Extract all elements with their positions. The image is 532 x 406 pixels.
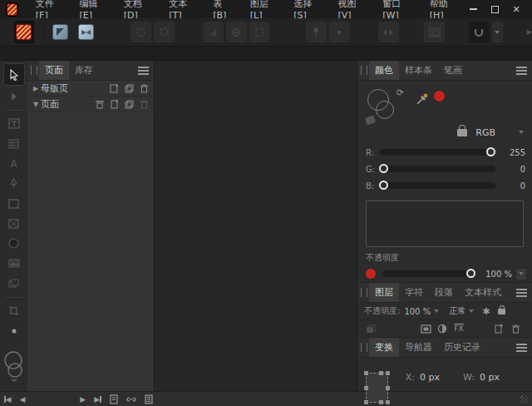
color-mode-select[interactable]: RGB <box>475 127 495 138</box>
resize-grip[interactable] <box>520 395 529 404</box>
slider-knob[interactable] <box>379 164 388 173</box>
menu-select[interactable]: 选择[S] <box>284 0 328 18</box>
tab-color[interactable]: 颜色 <box>369 61 399 80</box>
panel-grip[interactable] <box>31 66 37 75</box>
slider-knob[interactable] <box>466 269 475 278</box>
ellipse-tool[interactable] <box>3 234 25 253</box>
panel-grip[interactable] <box>361 66 367 75</box>
green-slider[interactable] <box>379 166 495 172</box>
w-value[interactable]: 0 px <box>480 372 500 383</box>
delete-page-icon[interactable] <box>138 98 150 110</box>
apply-master-icon[interactable] <box>93 98 106 110</box>
preflight-button[interactable] <box>203 22 224 42</box>
pages-row[interactable]: ▼ 页面 <box>27 97 154 112</box>
gear-icon[interactable]: ✱ <box>482 306 490 317</box>
tab-layers[interactable]: 图层 <box>369 283 399 302</box>
blend-mode-select[interactable]: 正常 <box>449 305 466 317</box>
spread-view-icon[interactable] <box>140 394 157 404</box>
tab-stroke[interactable]: 笔画 <box>438 61 468 80</box>
tab-swatches[interactable]: 样本条 <box>399 61 438 80</box>
no-color-swatch[interactable] <box>365 115 376 125</box>
insert-pushpin-button[interactable] <box>306 22 327 42</box>
asset-tool[interactable] <box>3 274 25 293</box>
frame-text-tool[interactable] <box>3 114 25 133</box>
node-tool[interactable] <box>3 87 25 106</box>
rotate-left-button[interactable] <box>131 22 151 42</box>
marquee-button[interactable] <box>249 22 270 42</box>
menu-file[interactable]: 文件[F] <box>27 0 71 18</box>
crop-tool[interactable] <box>3 301 25 320</box>
duplicate-page-icon[interactable] <box>123 98 135 110</box>
chevron-down-icon[interactable] <box>519 131 524 134</box>
expand-chevron-icon[interactable]: ▼ <box>31 101 41 108</box>
auto-correct-button[interactable] <box>226 22 247 42</box>
close-button[interactable]: ✕ <box>509 2 524 16</box>
designer-persona-button[interactable] <box>50 21 71 43</box>
eyedropper-icon[interactable] <box>416 92 429 109</box>
master-pages-row[interactable]: ▶ 母版页 <box>27 81 154 97</box>
collapse-chevron-icon[interactable]: ▶ <box>31 85 41 92</box>
anchor-point-selector[interactable] <box>366 373 388 403</box>
add-master-page-icon[interactable] <box>108 82 121 94</box>
slider-knob[interactable] <box>486 147 495 156</box>
mask-layer-icon[interactable] <box>419 323 432 334</box>
fill-stroke-selector[interactable] <box>3 349 25 383</box>
rotate-right-button[interactable] <box>154 22 175 42</box>
picture-frame-tool[interactable] <box>3 214 25 233</box>
menu-window[interactable]: 窗口[W] <box>373 0 420 18</box>
previous-page-button[interactable]: ◀ <box>15 395 29 404</box>
menu-help[interactable]: 帮助[H] <box>421 0 466 18</box>
tab-text-styles[interactable]: 文本样式 <box>459 283 507 302</box>
opacity-dropdown[interactable] <box>515 268 527 280</box>
red-value[interactable]: 255 <box>502 148 525 157</box>
rectangle-tool[interactable] <box>3 194 25 213</box>
panel-menu-icon[interactable] <box>138 65 149 77</box>
tab-character[interactable]: 字符 <box>399 283 429 302</box>
tab-pages[interactable]: 页面 <box>39 61 69 80</box>
document-canvas[interactable] <box>155 61 357 391</box>
add-page-icon[interactable] <box>108 98 121 110</box>
tab-navigator[interactable]: 导航器 <box>399 338 438 357</box>
red-slider[interactable] <box>379 149 495 156</box>
layer-opacity-value[interactable]: 100 % <box>404 307 431 316</box>
menu-layer[interactable]: 图层[L] <box>241 0 285 18</box>
tab-stock[interactable]: 库存 <box>69 61 99 80</box>
menu-view[interactable]: 视图[V] <box>329 0 374 18</box>
link-view-icon[interactable] <box>122 396 140 403</box>
panel-menu-icon[interactable] <box>516 65 527 77</box>
panel-grip[interactable] <box>361 343 367 352</box>
tab-history[interactable]: 历史记录 <box>438 338 486 357</box>
tab-transform[interactable]: 变换 <box>369 338 399 357</box>
first-page-button[interactable]: ◀ <box>0 395 15 404</box>
blue-value[interactable]: 0 <box>502 181 525 191</box>
chevron-down-icon[interactable] <box>469 309 474 313</box>
blue-slider[interactable] <box>379 182 495 189</box>
current-color-dot[interactable] <box>366 269 376 279</box>
text-wrap-button[interactable] <box>424 22 445 42</box>
stroke-circle[interactable] <box>376 101 394 119</box>
delete-layer-icon[interactable] <box>509 323 522 334</box>
artistic-text-tool[interactable]: A <box>3 154 25 173</box>
lock-layer-icon[interactable] <box>498 309 505 314</box>
x-field[interactable]: X: 0 px <box>398 372 458 383</box>
w-field[interactable]: W: 0 px <box>458 372 518 383</box>
tab-paragraph[interactable]: 段落 <box>429 283 459 302</box>
photo-persona-button[interactable] <box>76 21 96 43</box>
flip-pages-button[interactable] <box>378 22 399 42</box>
menu-edit[interactable]: 编辑[E] <box>71 0 115 18</box>
next-page-button[interactable]: ▶ <box>76 395 90 404</box>
chevron-down-icon[interactable] <box>434 309 439 313</box>
swap-colors-icon[interactable]: ⟳ <box>397 87 404 98</box>
panel-menu-icon[interactable] <box>516 287 527 299</box>
opacity-slider[interactable] <box>382 270 475 277</box>
delete-master-icon[interactable] <box>138 82 150 94</box>
toolbar-overflow-icon[interactable]: ➤ <box>525 27 532 37</box>
picked-color-dot[interactable] <box>434 91 445 102</box>
snapping-button[interactable] <box>469 22 490 42</box>
menu-table[interactable]: 表[B] <box>204 0 241 18</box>
panel-grip[interactable] <box>361 288 367 297</box>
menu-document[interactable]: 文档[D] <box>115 0 160 18</box>
menu-text[interactable]: 文本[T] <box>160 0 204 18</box>
minimize-button[interactable] <box>466 2 480 16</box>
last-page-button[interactable]: ▶ <box>90 395 105 404</box>
